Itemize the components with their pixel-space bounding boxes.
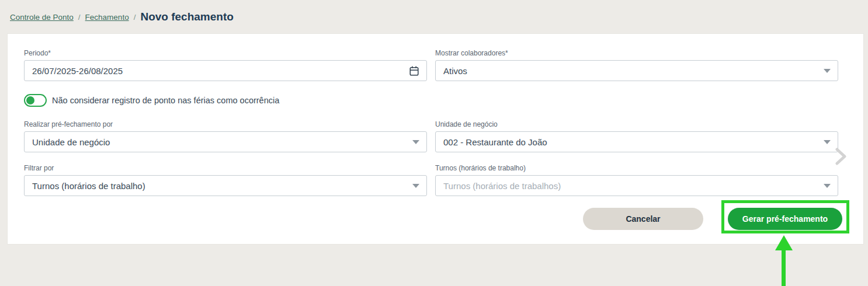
filtrar-por-label: Filtrar por <box>24 165 427 172</box>
chevron-right-icon[interactable] <box>834 147 849 166</box>
calendar-icon[interactable] <box>409 65 419 76</box>
unidade-de-negocio-select[interactable]: 002 - Restaurante do João <box>435 131 838 152</box>
turnos-label: Turnos (horários de trabalho) <box>435 165 838 172</box>
periodo-label: Periodo* <box>24 50 427 57</box>
field-periodo: Periodo* 26/07/2025-26/08/2025 <box>24 50 427 81</box>
caret-down-icon <box>412 140 419 144</box>
periodo-value: 26/07/2025-26/08/2025 <box>32 66 123 76</box>
breadcrumb-separator: / <box>78 13 81 22</box>
breadcrumb-separator: / <box>134 13 136 22</box>
mostrar-colaboradores-value: Ativos <box>443 66 467 76</box>
page-title: Novo fechamento <box>140 11 233 23</box>
new-closing-form-card: Periodo* 26/07/2025-26/08/2025 Mostrar c… <box>7 33 864 245</box>
realizar-pre-fechamento-value: Unidade de negócio <box>32 137 110 147</box>
ferias-toggle-row: Não considerar registro de ponto nas fér… <box>24 94 279 107</box>
field-unidade-de-negocio: Unidade de negócio 002 - Restaurante do … <box>435 121 838 152</box>
field-realizar-pre-fechamento-por: Realizar pré-fechamento por Unidade de n… <box>24 121 427 152</box>
caret-down-icon <box>824 140 831 144</box>
turnos-select[interactable]: Turnos (horários de trabalhos) <box>435 175 838 196</box>
turnos-placeholder: Turnos (horários de trabalhos) <box>443 181 561 191</box>
page: { "breadcrumb": { "separator": "/", "ite… <box>0 0 868 286</box>
ferias-toggle-label: Não considerar registro de ponto nas fér… <box>52 96 279 105</box>
mostrar-colaboradores-select[interactable]: Ativos <box>435 60 838 81</box>
breadcrumb-link-controle-de-ponto[interactable]: Controle de Ponto <box>10 13 74 22</box>
filtrar-por-value: Turnos (horários de trabalho) <box>32 181 145 191</box>
cancel-button[interactable]: Cancelar <box>583 208 703 230</box>
caret-down-icon <box>412 184 419 188</box>
periodo-input[interactable]: 26/07/2025-26/08/2025 <box>24 60 427 81</box>
breadcrumb: Controle de Ponto / Fechamento / Novo fe… <box>10 8 234 26</box>
realizar-pre-fechamento-select[interactable]: Unidade de negócio <box>24 131 427 152</box>
field-mostrar-colaboradores: Mostrar colaboradores* Ativos <box>435 50 838 81</box>
realizar-pre-fechamento-label: Realizar pré-fechamento por <box>24 121 427 128</box>
unidade-de-negocio-label: Unidade de negócio <box>435 121 838 128</box>
field-filtrar-por: Filtrar por Turnos (horários de trabalho… <box>24 165 427 196</box>
field-turnos: Turnos (horários de trabalho) Turnos (ho… <box>435 165 838 196</box>
unidade-de-negocio-value: 002 - Restaurante do João <box>443 137 547 147</box>
filtrar-por-select[interactable]: Turnos (horários de trabalho) <box>24 175 427 196</box>
caret-down-icon <box>824 184 831 188</box>
breadcrumb-link-fechamento[interactable]: Fechamento <box>85 13 129 22</box>
ferias-toggle[interactable] <box>24 94 47 107</box>
toggle-knob <box>26 96 34 104</box>
mostrar-colaboradores-label: Mostrar colaboradores* <box>435 50 838 57</box>
generate-pre-closing-button[interactable]: Gerar pré-fechamento <box>728 208 842 230</box>
annotation-arrow-shaft <box>782 249 786 286</box>
caret-down-icon <box>824 69 831 73</box>
